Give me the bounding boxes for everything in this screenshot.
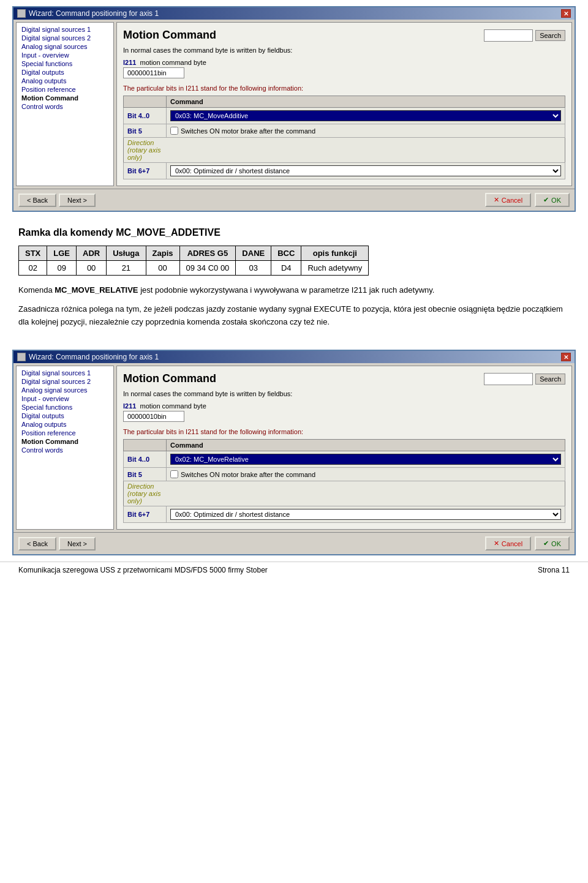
col-bit-header-2 — [124, 440, 167, 451]
bit2-checkbox-2[interactable] — [170, 470, 178, 478]
next-button-2[interactable]: Next > — [59, 537, 96, 550]
param-label-1: I211 motion command byte — [123, 59, 565, 66]
td-dane: 03 — [236, 261, 271, 276]
bit-row-4-2: Bit 6+7 0x00: Optimized dir / shortest d… — [124, 506, 565, 523]
window-icon-2 — [17, 353, 26, 361]
search-input-1[interactable] — [484, 29, 533, 42]
direction-label-2: Direction (rotary axis only) — [127, 483, 160, 505]
doc-bold-command: MC_MOVE_RELATIVE — [55, 285, 138, 295]
search-input-2[interactable] — [484, 373, 533, 385]
bit1-value-1: 0x03: MC_MoveAdditive — [167, 108, 565, 124]
close-button-1[interactable]: ✕ — [561, 9, 571, 18]
footer-left-text: Komunikacja szeregowa USS z przetwornica… — [18, 566, 268, 574]
wizard-sidebar-1: Digital signal sources 1 Digital signal … — [16, 22, 114, 186]
sidebar-item-sf-2[interactable]: Special functions — [19, 403, 111, 411]
bit1-dropdown-2[interactable]: 0x02: MC_MoveRelative — [170, 454, 561, 465]
window-icon-1 — [17, 9, 26, 18]
data-table: STX LGE ADR Usługa Zapis ADRES G5 DANE B… — [18, 246, 369, 276]
sidebar-item-ao-2[interactable]: Analog outputs — [19, 420, 111, 429]
bits-info-1: The particular bits in I211 stand for th… — [123, 85, 565, 92]
direction-label-1: Direction (rotary axis only) — [127, 139, 160, 161]
sidebar-item-cw-1[interactable]: Control words — [19, 102, 111, 111]
bit-row-1-1: Bit 4..0 0x03: MC_MoveAdditive — [124, 108, 565, 124]
th-usluga: Usługa — [107, 246, 146, 261]
bit2-label-2: Bit 5 — [124, 468, 167, 481]
cancel-button-2[interactable]: ✕ Cancel — [485, 536, 531, 550]
td-opis: Ruch adetywny — [301, 261, 369, 276]
bit2-cell-2: Switches ON motor brake after the comman… — [167, 468, 565, 481]
bit3-dropdown-2[interactable]: 0x00: Optimized dir / shortest distance — [170, 509, 561, 520]
bit2-text-2: Switches ON motor brake after the comman… — [181, 471, 315, 478]
bit1-label-2: Bit 4..0 — [124, 451, 167, 468]
sidebar-item-pr-2[interactable]: Position reference — [19, 429, 111, 437]
info-text-2: In normal cases the command byte is writ… — [123, 390, 565, 397]
ok-button-1[interactable]: ✔ OK — [535, 193, 570, 207]
search-button-1[interactable]: Search — [535, 30, 565, 41]
td-bcc: D4 — [271, 261, 301, 276]
wizard-window-1: Wizard: Command positioning for axis 1 ✕… — [12, 6, 576, 212]
page-footer: Komunikacja szeregowa USS z przetwornica… — [0, 562, 588, 578]
wizard-footer-1: < Back Next > ✕ Cancel ✔ OK — [13, 189, 575, 211]
param-desc-1: motion command byte — [140, 59, 206, 66]
ok-icon-2: ✔ — [543, 539, 549, 547]
cancel-button-1[interactable]: ✕ Cancel — [485, 193, 531, 207]
bits-info-2: The particular bits in I211 stand for th… — [123, 428, 565, 435]
th-stx: STX — [19, 246, 47, 261]
th-opis: opis funkcji — [301, 246, 369, 261]
close-button-2[interactable]: ✕ — [561, 353, 571, 361]
sidebar-item-cw-2[interactable]: Control words — [19, 446, 111, 454]
th-lge: LGE — [47, 246, 77, 261]
bit-row-3-2: Direction (rotary axis only) — [124, 481, 565, 506]
th-dane: DANE — [236, 246, 271, 261]
col-command-header-2: Command — [167, 440, 565, 451]
th-adr: ADR — [77, 246, 107, 261]
td-zapis: 00 — [146, 261, 179, 276]
back-button-1[interactable]: < Back — [18, 194, 56, 207]
next-button-1[interactable]: Next > — [59, 194, 96, 207]
th-zapis: Zapis — [146, 246, 179, 261]
sidebar-item-dss2-1[interactable]: Digital signal sources 2 — [19, 34, 111, 42]
param-desc-2: motion command byte — [140, 402, 206, 410]
sidebar-item-dss1-2[interactable]: Digital signal sources 1 — [19, 369, 111, 377]
bit3-dropdown-1[interactable]: 0x00: Optimized dir / shortest distance — [170, 165, 561, 176]
sidebar-item-do-2[interactable]: Digital outputs — [19, 411, 111, 420]
search-box-2: Search — [484, 373, 565, 385]
footer-left-1: < Back Next > — [18, 194, 96, 207]
bit1-value-2: 0x02: MC_MoveRelative — [167, 451, 565, 468]
footer-right-1: ✕ Cancel ✔ OK — [485, 193, 570, 207]
bit3-label-2: Bit 6+7 — [124, 506, 167, 523]
sidebar-item-dss1-1[interactable]: Digital signal sources 1 — [19, 25, 111, 34]
bit-row-3-1: Direction (rotary axis only) — [124, 138, 565, 163]
sidebar-item-sf-1[interactable]: Special functions — [19, 59, 111, 68]
sidebar-item-ao-1[interactable]: Analog outputs — [19, 77, 111, 85]
td-adr: 00 — [77, 261, 107, 276]
bits-table-1: Command Bit 4..0 0x03: MC_MoveAdditive B… — [123, 96, 565, 179]
sidebar-item-do-1[interactable]: Digital outputs — [19, 68, 111, 77]
wizard-body-1: Digital signal sources 1 Digital signal … — [13, 20, 575, 189]
sidebar-item-dss2-2[interactable]: Digital signal sources 2 — [19, 377, 111, 386]
wizard-main-2: Motion Command Search In normal cases th… — [116, 366, 572, 530]
sidebar-item-io-1[interactable]: Input - overview — [19, 51, 111, 59]
bit2-label-1: Bit 5 — [124, 124, 167, 138]
col-command-header-1: Command — [167, 96, 565, 108]
param-value-1: 00000011bin — [123, 67, 184, 78]
search-button-2[interactable]: Search — [535, 374, 565, 385]
ok-button-2[interactable]: ✔ OK — [535, 536, 570, 550]
bit2-cell-1: Switches ON motor brake after the comman… — [167, 124, 565, 138]
sidebar-item-pr-1[interactable]: Position reference — [19, 85, 111, 94]
sidebar-item-ass-1[interactable]: Analog signal sources — [19, 42, 111, 51]
back-button-2[interactable]: < Back — [18, 537, 56, 550]
bit1-dropdown-1[interactable]: 0x03: MC_MoveAdditive — [170, 110, 561, 121]
doc-paragraph-1: Komenda MC_MOVE_RELATIVE jest podobnie w… — [18, 284, 570, 297]
info-text-1: In normal cases the command byte is writ… — [123, 47, 565, 54]
bit2-checkbox-row-2: Switches ON motor brake after the comman… — [170, 470, 561, 478]
sidebar-item-mc-1[interactable]: Motion Command — [19, 94, 111, 102]
bit2-checkbox-1[interactable] — [170, 127, 178, 135]
sidebar-item-mc-2[interactable]: Motion Command — [19, 437, 111, 446]
sidebar-item-ass-2[interactable]: Analog signal sources — [19, 386, 111, 394]
footer-right-text: Strona 11 — [538, 566, 570, 574]
doc-area: Ramka dla komendy MC_MOVE_ADDETIVE STX L… — [0, 218, 588, 344]
main-header-2: Motion Command Search — [123, 372, 565, 385]
footer-right-2: ✕ Cancel ✔ OK — [485, 536, 570, 550]
sidebar-item-io-2[interactable]: Input - overview — [19, 394, 111, 403]
